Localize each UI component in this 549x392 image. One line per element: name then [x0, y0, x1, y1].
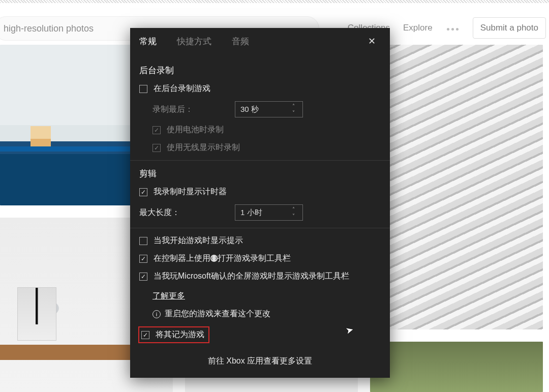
chk-ms-fullscreen[interactable]: 当我玩Microsoft确认的全屏游戏时显示游戏录制工具栏 [139, 271, 381, 282]
chk-on-battery-label: 使用电池时录制 [167, 125, 224, 135]
chk-controller-open[interactable]: 在控制器上使用打开游戏录制工具栏 [139, 253, 381, 264]
chk-record-in-bg[interactable]: 在后台录制游戏 [139, 83, 381, 94]
max-length-row: 最大长度： 1 小时 ˄˅ [139, 204, 381, 221]
record-last-row: 录制最后： 30 秒 ˄˅ [152, 101, 381, 117]
checkbox-icon [139, 85, 147, 93]
checkbox-icon [139, 188, 147, 196]
max-length-label: 最大长度： [139, 207, 229, 218]
checkbox-icon [152, 126, 161, 134]
chk-wireless-display[interactable]: 使用无线显示时录制 [152, 142, 381, 153]
xbox-icon [210, 255, 218, 262]
tab-shortcut[interactable]: 快捷方式 [177, 36, 211, 47]
chk-show-timer-label: 我录制时显示计时器 [154, 187, 227, 197]
record-last-spinner[interactable]: 30 秒 ˄˅ [235, 101, 303, 117]
max-length-spinner[interactable]: 1 小时 ˄˅ [235, 204, 303, 221]
chk-remember-game-label[interactable]: 将其记为游戏 [156, 329, 204, 340]
spinner-arrows-icon: ˄˅ [292, 206, 299, 219]
search-placeholder: high-resolution photos [4, 23, 94, 34]
remember-game-highlight: 将其记为游戏 [138, 326, 209, 343]
record-last-value: 30 秒 [240, 105, 259, 114]
divider [130, 160, 390, 161]
chk-show-tips-label: 当我开始游戏时显示提示 [154, 235, 243, 246]
record-last-label: 录制最后： [152, 104, 229, 115]
close-button[interactable]: ✕ [363, 33, 381, 50]
topbar: high-resolution photos Collections Explo… [0, 3, 549, 32]
max-length-value: 1 小时 [240, 208, 262, 218]
bg-record-subgroup: 录制最后： 30 秒 ˄˅ 使用电池时录制 使用无线显示时录制 [139, 101, 381, 153]
section-clip-title: 剪辑 [139, 168, 381, 179]
submit-photo-button[interactable]: Submit a photo [473, 17, 546, 39]
learn-more-link[interactable]: 了解更多 [152, 291, 185, 301]
photo-greenhouse[interactable] [370, 342, 543, 392]
checkbox-icon[interactable] [141, 331, 149, 339]
checkbox-icon [139, 237, 147, 245]
gamebar-settings-dialog: 常规 快捷方式 音频 ✕ 后台录制 在后台录制游戏 录制最后： 30 秒 ˄˅ … [130, 28, 390, 378]
chk-show-tips[interactable]: 当我开始游戏时显示提示 [139, 235, 381, 246]
chk-record-in-bg-label: 在后台录制游戏 [154, 83, 210, 94]
spinner-arrows-icon: ˄˅ [292, 103, 299, 115]
tab-general[interactable]: 常规 [139, 36, 157, 47]
more-icon[interactable] [446, 23, 460, 33]
checkbox-icon [152, 144, 161, 152]
photo-lines[interactable] [370, 45, 543, 329]
chk-wireless-display-label: 使用无线显示时录制 [167, 142, 240, 153]
nav-explore[interactable]: Explore [403, 23, 433, 33]
divider [130, 228, 390, 228]
chk-remember-game-row: 将其记为游戏 [139, 326, 381, 343]
chk-show-timer[interactable]: 我录制时显示计时器 [139, 187, 381, 197]
restart-info-text: 重启您的游戏来查看这个更改 [165, 309, 270, 319]
dialog-body: 后台录制 在后台录制游戏 录制最后： 30 秒 ˄˅ 使用电池时录制 使用无线显… [130, 54, 390, 347]
chk-ms-fullscreen-label: 当我玩Microsoft确认的全屏游戏时显示游戏录制工具栏 [154, 271, 349, 282]
dialog-footer-link[interactable]: 前往 Xbox 应用查看更多设置 [130, 347, 390, 378]
checkbox-icon [139, 255, 147, 263]
section-bg-record-title: 后台录制 [139, 65, 381, 76]
checkbox-icon [139, 273, 147, 281]
restart-info: i 重启您的游戏来查看这个更改 [152, 309, 381, 319]
dialog-tabs: 常规 快捷方式 音频 ✕ [130, 28, 390, 54]
info-icon: i [152, 310, 161, 318]
chk-on-battery[interactable]: 使用电池时录制 [152, 125, 381, 135]
grid-col-right [370, 45, 543, 392]
chk-controller-open-label: 在控制器上使用打开游戏录制工具栏 [154, 253, 291, 264]
tab-audio[interactable]: 音频 [232, 36, 249, 47]
